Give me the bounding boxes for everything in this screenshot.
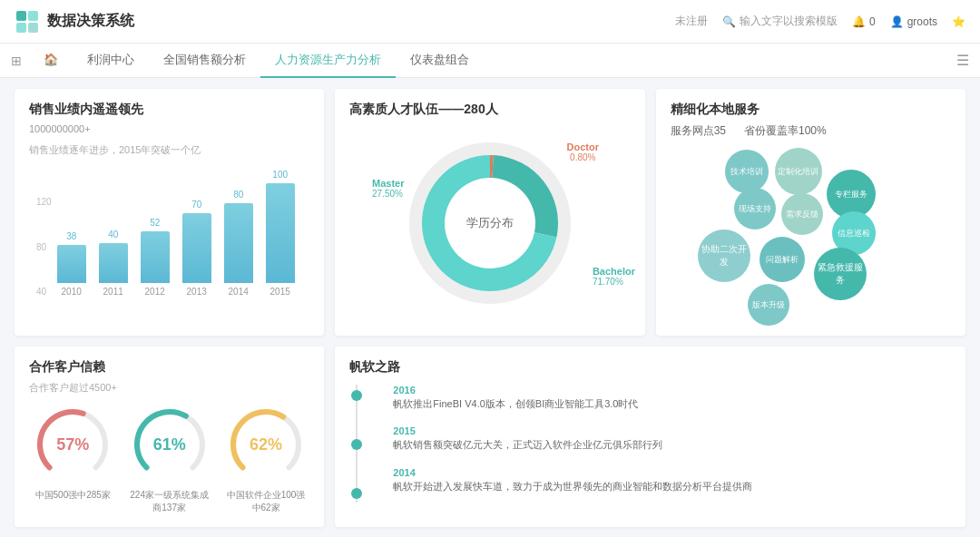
logo: 数据决策系统 [15, 9, 134, 34]
username: groots [907, 15, 937, 28]
header-right: 未注册 🔍 输入文字以搜索模版 🔔 0 👤 groots ⭐ [675, 14, 965, 29]
bubble-问题解析: 问题解析 [760, 237, 805, 282]
legend-master-label: Master [372, 178, 404, 189]
bar-2013 [182, 213, 211, 283]
legend-master-pct: 27.50% [372, 189, 404, 199]
bar-group-2012: 52 2012 [141, 218, 170, 297]
search-icon: 🔍 [722, 15, 736, 28]
nav-profit[interactable]: 利润中心 [73, 44, 149, 78]
clients-title: 合作客户信赖 [29, 359, 309, 376]
nav-hr[interactable]: 人力资源生产力分析 [260, 44, 396, 78]
registration-status: 未注册 [675, 14, 708, 29]
user-profile[interactable]: 👤 groots [890, 15, 937, 28]
clients-subtitle: 合作客户超过4500+ [29, 381, 309, 395]
sales-title: 销售业绩内遥遥领先 [29, 102, 309, 118]
timeline-item-2016: 2016 帆软推出FineBI V4.0版本，创领BI商业智能工具3.0时代 [382, 385, 951, 411]
bubble-现场支持: 现场支持 [734, 188, 776, 229]
gauge-3: 62% 中国软件企业100强中62家 [225, 404, 307, 514]
timeline-item-2014: 2014 帆软开始进入发展快车道，致力于成为世界领先的商业智能和数据分析平台提供… [382, 467, 951, 493]
notification-bell[interactable]: 🔔 0 [852, 15, 876, 28]
bubble-版本升级: 版本升级 [748, 284, 789, 326]
history-content: 2016 帆软推出FineBI V4.0版本，创领BI商业智能工具3.0时代 2… [349, 385, 951, 503]
svg-rect-1 [28, 11, 38, 21]
svg-rect-0 [16, 11, 26, 21]
bar-2010 [57, 245, 86, 283]
gauge-percent-2: 61% [153, 435, 186, 454]
bar-bottom-2013: 2013 [187, 287, 207, 297]
nav-sales[interactable]: 全国销售额分析 [149, 44, 260, 78]
bar-top-2012: 52 [150, 218, 160, 228]
main-content: 销售业绩内遥遥领先 1000000000+ 销售业绩逐年进步，2015年突破一个… [0, 78, 980, 537]
gauges-row: 57% 中国500强中285家 61% 224家一级系统集成商137家 62% … [29, 404, 309, 514]
gauge-desc-2: 224家一级系统集成商137家 [129, 489, 211, 514]
gauge-canvas-3: 62% [225, 404, 307, 485]
timeline-text-2: 帆软销售额突破亿元大关，正式迈入软件企业亿元俱乐部行列 [393, 438, 951, 452]
bar-2015 [266, 183, 295, 283]
talent-title: 高素质人才队伍——280人 [349, 102, 630, 118]
service-stat-2: 省份覆盖率100% [744, 123, 827, 139]
nav-menu-button[interactable]: ☰ [956, 52, 969, 69]
bar-bottom-2011: 2011 [103, 287, 123, 297]
bubble-需求反馈: 需求反馈 [781, 193, 823, 235]
y-axis-label-80: 80 [36, 242, 52, 252]
service-stat-1: 服务网点35 [671, 123, 726, 139]
bar-bottom-2014: 2014 [229, 287, 249, 297]
legend-bachelor: Bachelor 71.70% [593, 266, 635, 287]
y-axis-label-40: 40 [36, 287, 52, 297]
sales-card: 销售业绩内遥遥领先 1000000000+ 销售业绩逐年进步，2015年突破一个… [15, 89, 324, 336]
gauge-2: 61% 224家一级系统集成商137家 [129, 404, 211, 514]
bar-bottom-2012: 2012 [145, 287, 165, 297]
logo-icon [15, 9, 40, 34]
gauge-canvas-2: 61% [129, 404, 211, 485]
gauge-desc-3: 中国软件企业100强中62家 [225, 489, 307, 514]
favorites[interactable]: ⭐ [952, 15, 965, 28]
bar-group-2013: 70 2013 [182, 200, 211, 297]
legend-doctor-pct: 0.80% [567, 152, 599, 162]
bar-group-2015: 100 2015 [266, 170, 295, 297]
svg-rect-3 [28, 23, 38, 33]
user-icon: 👤 [890, 15, 904, 28]
clients-card: 合作客户信赖 合作客户超过4500+ 57% 中国500强中285家 61% 2… [15, 347, 324, 527]
timeline-dot-2 [351, 439, 362, 450]
bubble-协助二次开发: 协助二次开发 [698, 229, 750, 282]
timeline-text-1: 帆软推出FineBI V4.0版本，创领BI商业智能工具3.0时代 [393, 397, 951, 411]
legend-bachelor-label: Bachelor [593, 266, 635, 277]
bar-top-2014: 80 [233, 190, 243, 200]
bar-bottom-2010: 2010 [62, 287, 82, 297]
donut-center-label: 学历分布 [466, 215, 514, 231]
grid-icon: ⊞ [11, 54, 22, 68]
legend-master: Master 27.50% [372, 178, 404, 199]
bar-top-2015: 100 [272, 170, 288, 180]
nav-home[interactable]: 🏠 [29, 44, 73, 78]
timeline-dot-3 [351, 488, 362, 499]
gauge-canvas-1: 57% [32, 404, 113, 485]
talent-card: 高素质人才队伍——280人 学历分布 Doctor 0.80% Master 2… [335, 89, 644, 336]
legend-doctor-label: Doctor [567, 142, 599, 152]
service-title: 精细化本地服务 [671, 102, 951, 118]
bar-top-2013: 70 [191, 200, 201, 210]
navigation: ⊞ 🏠 利润中心 全国销售额分析 人力资源生产力分析 仪表盘组合 ☰ [0, 44, 980, 78]
star-icon: ⭐ [952, 15, 965, 28]
timeline-year-3: 2014 [393, 467, 951, 478]
bar-bottom-2015: 2015 [270, 287, 290, 297]
bar-2011 [99, 243, 128, 283]
home-icon: 🏠 [44, 53, 58, 66]
timeline-dot-1 [351, 390, 362, 401]
nav-dashboard[interactable]: 仪表盘组合 [396, 44, 484, 78]
timeline-item-2015: 2015 帆软销售额突破亿元大关，正式迈入软件企业亿元俱乐部行列 [382, 425, 951, 452]
search-bar[interactable]: 🔍 输入文字以搜索模版 [722, 14, 838, 29]
bell-count: 0 [869, 15, 876, 28]
timeline-items: 2016 帆软推出FineBI V4.0版本，创领BI商业智能工具3.0时代 2… [382, 385, 951, 503]
bar-group-2010: 38 2010 [57, 231, 86, 297]
bubble-技术培训: 技术培训 [725, 150, 769, 193]
nav-grid-icon: ⊞ [11, 54, 22, 68]
search-placeholder: 输入文字以搜索模版 [740, 14, 838, 29]
legend-bachelor-pct: 71.70% [593, 277, 635, 287]
service-card: 精细化本地服务 服务网点35 省份覆盖率100% 技术培训定制化培训专栏服务现场… [656, 89, 965, 336]
service-stats: 服务网点35 省份覆盖率100% [671, 123, 951, 139]
bubble-定制化培训: 定制化培训 [775, 148, 822, 195]
bar-top-2011: 40 [108, 229, 118, 239]
timeline-year-2: 2015 [393, 425, 951, 436]
bar-top-2010: 38 [66, 231, 76, 241]
service-bubble-chart: 技术培训定制化培训专栏服务现场支持需求反馈信息巡检协助二次开发问题解析紧急救援服… [671, 148, 951, 311]
